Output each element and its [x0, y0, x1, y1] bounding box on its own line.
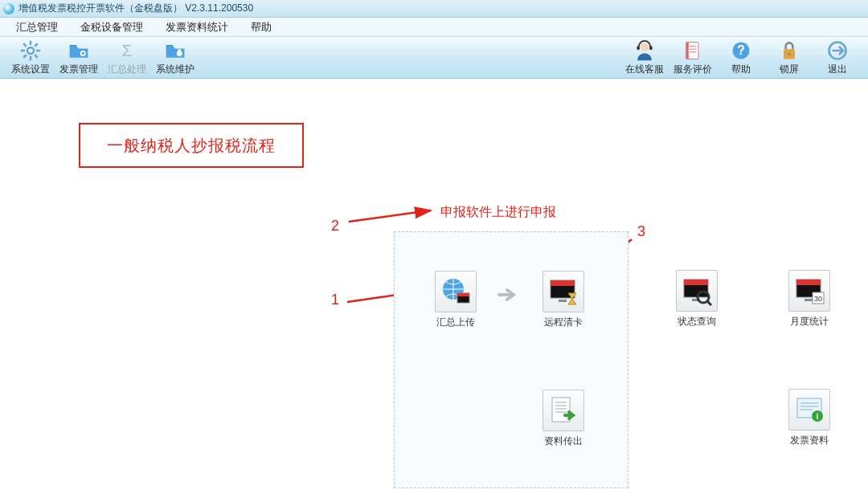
online-service-button[interactable]: 在线客服: [620, 39, 669, 76]
item-remote-clear[interactable]: 远程清卡: [538, 271, 589, 329]
svg-text:Σ: Σ: [122, 41, 133, 59]
exit-icon: [826, 39, 849, 62]
exit-button[interactable]: 退出: [813, 39, 862, 76]
service-rating-button[interactable]: 服务评价: [669, 39, 717, 76]
process-title: 一般纳税人抄报税流程: [107, 135, 276, 157]
step-note: 申报软件上进行申报: [440, 204, 556, 221]
process-panel: 汇总上传 远程清卡 资料传出: [394, 231, 628, 488]
folder-wrench-icon: [164, 39, 186, 62]
svg-line-6: [35, 55, 38, 58]
item-label: 发票资料: [790, 434, 829, 447]
svg-line-46: [707, 301, 711, 305]
window-title: 增值税发票税控开票软件（金税盘版） V2.3.11.200530: [18, 2, 253, 15]
svg-rect-22: [686, 42, 689, 59]
document-export-icon: [547, 394, 579, 426]
arrow-2: [347, 206, 437, 225]
menu-help[interactable]: 帮助: [240, 20, 283, 35]
svg-rect-43: [684, 280, 708, 285]
svg-rect-14: [178, 49, 182, 53]
menu-device[interactable]: 金税设备管理: [69, 20, 154, 35]
toolbar-label: 系统维护: [156, 63, 194, 76]
item-invoice-data[interactable]: i 发票资料: [784, 389, 835, 447]
sequence-arrow-icon: [497, 287, 518, 303]
toolbar-label: 发票管理: [59, 63, 98, 76]
svg-rect-35: [551, 280, 575, 286]
svg-rect-36: [559, 300, 567, 302]
summary-process-button[interactable]: Σ 汇总处理: [103, 39, 151, 76]
step-label-2: 2: [331, 218, 339, 235]
app-icon: [3, 3, 14, 14]
agent-icon: [633, 39, 656, 62]
item-label: 月度统计: [790, 315, 829, 329]
sigma-icon: Σ: [116, 39, 138, 62]
item-data-export[interactable]: 资料传出: [538, 390, 589, 448]
monitor-calendar-icon: 30: [793, 275, 825, 307]
help-icon: ?: [730, 39, 752, 62]
receipt-info-icon: i: [793, 394, 825, 426]
step-label-3: 3: [637, 223, 645, 240]
svg-point-11: [82, 51, 85, 55]
item-status-query[interactable]: 状态查询: [671, 270, 723, 329]
monitor-search-icon: [681, 275, 713, 307]
process-title-box: 一般纳税人抄报税流程: [79, 123, 304, 168]
svg-point-9: [28, 48, 32, 52]
document-icon: [682, 39, 704, 62]
toolbar-label: 在线客服: [625, 63, 664, 76]
svg-rect-33: [457, 293, 469, 296]
toolbar-label: 汇总处理: [108, 63, 146, 76]
svg-rect-18: [687, 42, 698, 59]
toolbar-label: 服务评价: [674, 63, 712, 76]
system-maint-button[interactable]: 系统维护: [151, 39, 199, 76]
folder-gear-icon: [68, 39, 90, 62]
toolbar-label: 帮助: [731, 63, 751, 76]
svg-text:30: 30: [814, 295, 822, 303]
lock-button[interactable]: 锁屏: [765, 39, 813, 76]
item-monthly-stats[interactable]: 30 月度统计: [784, 270, 835, 329]
svg-rect-48: [796, 280, 821, 285]
monitor-hourglass-icon: [547, 275, 579, 308]
item-summary-upload[interactable]: 汇总上传: [430, 271, 481, 329]
item-label: 状态查询: [678, 315, 716, 329]
svg-line-8: [23, 55, 27, 58]
item-label: 远程清卡: [544, 316, 583, 329]
item-label: 汇总上传: [436, 316, 475, 329]
svg-rect-49: [805, 299, 813, 301]
menu-summary[interactable]: 汇总管理: [5, 20, 69, 35]
window-titlebar: 增值税发票税控开票软件（金税盘版） V2.3.11.200530: [0, 0, 868, 18]
gear-icon: [19, 39, 42, 62]
item-label: 资料传出: [544, 435, 583, 448]
globe-upload-icon: [440, 275, 472, 308]
menubar: 汇总管理 金税设备管理 发票资料统计 帮助: [0, 18, 868, 37]
menu-stats[interactable]: 发票资料统计: [154, 20, 240, 35]
svg-rect-16: [637, 45, 640, 49]
help-button[interactable]: ? 帮助: [717, 39, 765, 76]
svg-rect-37: [552, 398, 570, 422]
svg-point-26: [788, 52, 791, 55]
lock-icon: [778, 39, 800, 62]
svg-text:?: ?: [737, 43, 745, 57]
svg-text:i: i: [817, 412, 819, 421]
toolbar-label: 锁屏: [780, 63, 799, 76]
content-area: 一般纳税人抄报税流程 1 2 3 申报软件上进行申报 汇总上传: [0, 79, 868, 502]
toolbar-label: 系统设置: [11, 63, 50, 76]
invoice-manage-button[interactable]: 发票管理: [55, 39, 103, 76]
system-settings-button[interactable]: 系统设置: [6, 39, 55, 76]
svg-line-29: [349, 210, 431, 222]
svg-rect-17: [649, 45, 653, 49]
svg-point-15: [641, 43, 649, 51]
toolbar-label: 退出: [828, 63, 847, 76]
step-label-1: 1: [331, 292, 339, 308]
svg-line-5: [23, 43, 27, 47]
toolbar: 系统设置 发票管理 Σ 汇总处理 系统维护 在线客服: [0, 37, 868, 79]
svg-line-7: [35, 43, 38, 47]
